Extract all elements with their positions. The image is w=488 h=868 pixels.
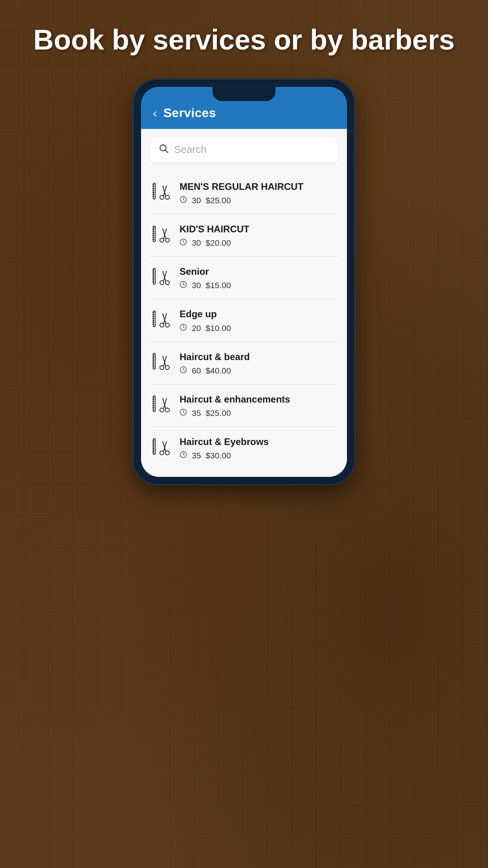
service-name: Edge up — [180, 308, 338, 320]
service-info: Haircut & beard 60 $40.00 — [180, 351, 338, 375]
service-meta: 30 $20.00 — [180, 238, 338, 248]
barber-icon — [150, 182, 172, 204]
service-item[interactable]: KID'S HAIRCUT 30 $20.00 — [150, 214, 338, 257]
barber-icon — [150, 437, 172, 459]
service-price: $15.00 — [205, 281, 231, 290]
service-meta: 30 $15.00 — [180, 281, 338, 290]
service-item[interactable]: MEN'S REGULAR HAIRCUT 30 $25.00 — [150, 172, 338, 214]
header-title: Services — [163, 106, 216, 120]
service-item[interactable]: Edge up 20 $10.00 — [150, 299, 338, 342]
service-info: KID'S HAIRCUT 30 $20.00 — [180, 223, 338, 248]
service-meta: 35 $30.00 — [180, 451, 338, 460]
service-name: Haircut & beard — [180, 351, 338, 363]
service-duration: 35 — [192, 451, 201, 460]
services-list: MEN'S REGULAR HAIRCUT 30 $25.00 KID'S — [150, 172, 338, 469]
service-name: KID'S HAIRCUT — [180, 223, 338, 235]
barber-icon — [150, 352, 172, 374]
service-item[interactable]: Haircut & Eyebrows 35 $30.00 — [150, 427, 338, 469]
services-container: Search MEN'S REGULAR HAIRCUT — [141, 129, 347, 477]
barber-icon — [150, 267, 172, 289]
barber-icon — [150, 394, 172, 416]
service-duration: 35 — [192, 408, 201, 418]
service-info: MEN'S REGULAR HAIRCUT 30 $25.00 — [180, 180, 338, 205]
service-duration: 30 — [192, 238, 201, 248]
service-price: $10.00 — [205, 324, 231, 333]
service-name: Senior — [180, 265, 338, 278]
service-price: $40.00 — [205, 366, 231, 375]
clock-icon — [180, 196, 187, 205]
service-price: $25.00 — [205, 408, 231, 418]
phone-notch — [213, 87, 275, 101]
phone-frame: ‹ Services Search — [134, 80, 354, 484]
clock-icon — [180, 408, 187, 418]
service-duration: 60 — [192, 366, 201, 375]
svg-line-1 — [165, 150, 168, 153]
service-duration: 20 — [192, 324, 201, 333]
service-name: Haircut & enhancements — [180, 393, 338, 405]
service-info: Edge up 20 $10.00 — [180, 308, 338, 333]
service-item[interactable]: Haircut & enhancements 35 $25.00 — [150, 384, 338, 427]
barber-icon — [150, 224, 172, 246]
service-name: MEN'S REGULAR HAIRCUT — [180, 180, 338, 193]
back-button[interactable]: ‹ — [153, 107, 157, 119]
barber-icon — [150, 309, 172, 331]
service-meta: 60 $40.00 — [180, 366, 338, 375]
clock-icon — [180, 324, 187, 333]
clock-icon — [180, 451, 187, 460]
service-duration: 30 — [192, 281, 201, 290]
service-duration: 30 — [192, 196, 201, 205]
service-info: Haircut & Eyebrows 35 $30.00 — [180, 436, 338, 460]
service-meta: 20 $10.00 — [180, 324, 338, 333]
page-title: Book by services or by barbers — [0, 24, 488, 56]
service-item[interactable]: Haircut & beard 60 $40.00 — [150, 342, 338, 384]
service-price: $25.00 — [205, 196, 231, 205]
service-meta: 30 $25.00 — [180, 196, 338, 205]
service-price: $30.00 — [205, 451, 231, 460]
clock-icon — [180, 281, 187, 290]
search-bar[interactable]: Search — [150, 137, 338, 162]
service-meta: 35 $25.00 — [180, 408, 338, 418]
clock-icon — [180, 366, 187, 375]
service-price: $20.00 — [205, 238, 231, 248]
search-placeholder: Search — [174, 143, 206, 156]
service-item[interactable]: Senior 30 $15.00 — [150, 257, 338, 299]
phone-screen: ‹ Services Search — [141, 87, 347, 477]
clock-icon — [180, 238, 187, 248]
service-info: Haircut & enhancements 35 $25.00 — [180, 393, 338, 418]
service-name: Haircut & Eyebrows — [180, 436, 338, 448]
service-info: Senior 30 $15.00 — [180, 265, 338, 290]
search-icon — [158, 143, 169, 156]
